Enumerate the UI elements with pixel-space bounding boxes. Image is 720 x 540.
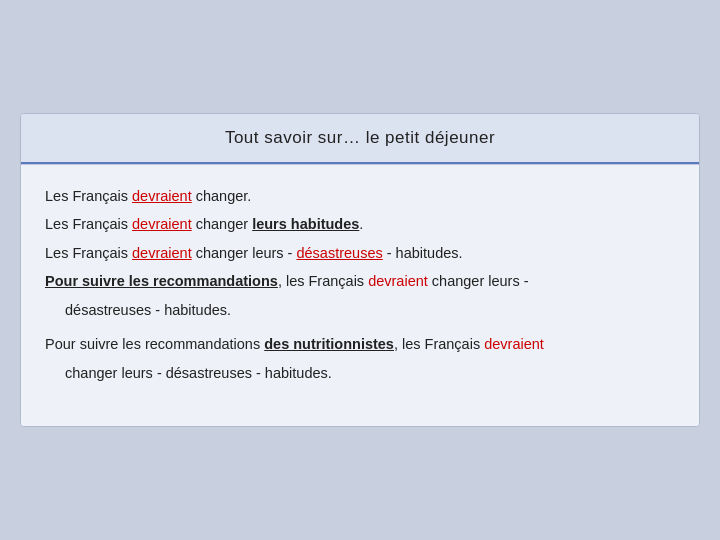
- line-3: Les Français devraient changer leurs - d…: [45, 242, 675, 264]
- para-block-4: Pour suivre les recommandations, les Fra…: [45, 270, 675, 321]
- line-5b: changer leurs - désastreuses - habitudes…: [65, 362, 675, 384]
- span-leurs-habitudes: leurs habitudes: [252, 216, 359, 232]
- line-5a: Pour suivre les recommandations des nutr…: [45, 333, 675, 355]
- content-section: Les Français devraient changer. Les Fran…: [21, 164, 699, 426]
- line-2: Les Français devraient changer leurs hab…: [45, 213, 675, 235]
- span-devraient-5: devraient: [484, 336, 544, 352]
- line-4b: désastreuses - habitudes.: [65, 299, 675, 321]
- span-devraient-3: devraient: [132, 245, 192, 261]
- line-4a: Pour suivre les recommandations, les Fra…: [45, 270, 675, 292]
- line-1: Les Français devraient changer.: [45, 185, 675, 207]
- span-des-nutritionnistes: des nutritionnistes: [264, 336, 394, 352]
- span-devraient-4: devraient: [368, 273, 428, 289]
- header-section: Tout savoir sur… le petit déjeuner: [21, 114, 699, 164]
- header-title: Tout savoir sur… le petit déjeuner: [225, 128, 495, 147]
- span-desastreuses: désastreuses: [296, 245, 382, 261]
- main-container: Tout savoir sur… le petit déjeuner Les F…: [20, 113, 700, 427]
- span-devraient-1: devraient: [132, 188, 192, 204]
- span-pour-suivre: Pour suivre les recommandations: [45, 273, 278, 289]
- span-devraient-2: devraient: [132, 216, 192, 232]
- para-block-5: Pour suivre les recommandations des nutr…: [45, 333, 675, 384]
